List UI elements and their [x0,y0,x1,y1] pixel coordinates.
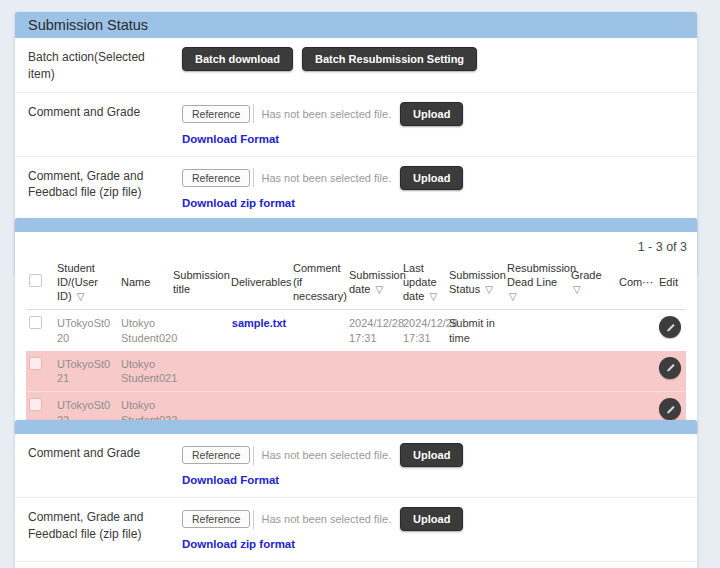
select-all-checkbox[interactable] [29,274,42,287]
column-com-truncated: Com⋯ [616,256,656,310]
comment-grade-zip-row: Comment, Grade and Feedbacl file (zip fi… [15,498,697,562]
reference-button[interactable]: Reference [182,510,250,528]
upload-button[interactable]: Upload [400,443,463,467]
upload-button[interactable]: Upload [400,102,463,126]
download-zip-format-link[interactable]: Download zip format [182,538,295,550]
resubmission-deadline-cell [504,351,568,392]
upload-button[interactable]: Upload [400,166,463,190]
table-panel-header-bar [15,218,697,232]
download-zip-format-link[interactable]: Download zip format [182,197,295,209]
sort-icon[interactable]: ▽ [509,291,517,302]
com-cell [616,310,656,351]
table-row: UTokyoSt020 Utokyo Student020 sample.txt… [26,310,686,351]
column-last-update-date[interactable]: Last update date ▽ [400,256,446,310]
comment-grade-zip-label: Comment, Grade and Feedbacl file (zip fi… [28,507,168,543]
column-comment: Comment (if necessary) [290,256,346,310]
table-row-highlighted: UTokyoSt021 Utokyo Student021 [26,351,686,392]
sort-icon[interactable]: ▽ [77,291,85,302]
grade-cell [568,351,616,392]
submission-date-cell [346,351,400,392]
pencil-icon [664,361,677,374]
edit-button[interactable] [659,316,681,338]
file-input-divider [253,168,254,187]
row-checkbox[interactable] [29,357,42,370]
batch-resubmission-setting-button[interactable]: Batch Resubmission Setting [302,47,477,71]
comment-grade-label: Comment and Grade [28,102,168,121]
file-input-divider [253,104,254,123]
name-cell: Utokyo Student021 [118,351,170,392]
edit-button[interactable] [659,398,681,420]
submissions-table: Student ID/(User ID) ▽ Name Submission t… [26,256,686,433]
name-cell: Utokyo Student020 [118,310,170,351]
bottom-panel-header-bar [15,420,697,434]
last-update-date-cell: 2024/12/28 17:31 [400,310,446,351]
download-format-link[interactable]: Download Format [182,474,279,486]
last-update-date-cell [400,351,446,392]
batch-download-button[interactable]: Batch download [182,47,293,71]
sort-icon[interactable]: ▽ [573,284,581,295]
column-student-id[interactable]: Student ID/(User ID) ▽ [54,256,118,310]
no-file-selected-text: Has not been selected file. [261,108,391,120]
row-checkbox[interactable] [29,398,42,411]
reference-button[interactable]: Reference [182,105,250,123]
comment-grade-row: Comment and Grade Reference Has not been… [15,434,697,498]
submission-title-cell [170,310,228,351]
reference-button[interactable]: Reference [182,446,250,464]
column-resubmission-deadline[interactable]: Resubmission Dead Line ▽ [504,256,568,310]
deliverable-file-link[interactable]: sample.txt [232,317,286,329]
no-file-selected-text: Has not been selected file. [261,172,391,184]
column-submission-title: Submission title [170,256,228,310]
pencil-icon [664,403,677,416]
submission-title-cell [170,351,228,392]
edit-button[interactable] [659,357,681,379]
com-cell [616,351,656,392]
column-name: Name [118,256,170,310]
upload-button[interactable]: Upload [400,507,463,531]
student-id-cell: UTokyoSt020 [54,310,118,351]
submission-status-cell [446,351,504,392]
panel-title: Submission Status [15,12,697,38]
file-input-divider [253,446,254,465]
filename-option-row: File name specification option User ID N… [15,562,697,568]
batch-action-row: Batch action(Selected item) Batch downlo… [15,38,697,93]
submission-status-cell: Submit in time [446,310,504,351]
column-deliverables: Deliverables [228,256,290,310]
comment-cell [290,351,346,392]
comment-grade-label: Comment and Grade [28,443,168,462]
submission-table-panel: 1 - 3 of 3 Student ID/(User ID) ▽ Name S… [15,218,697,433]
student-id-cell: UTokyoSt021 [54,351,118,392]
reference-button[interactable]: Reference [182,169,250,187]
sort-icon[interactable]: ▽ [485,284,493,295]
sort-icon[interactable]: ▽ [429,291,437,302]
comment-grade-row: Comment and Grade Reference Has not been… [15,93,697,157]
comment-grade-zip-label: Comment, Grade and Feedbacl file (zip fi… [28,166,168,202]
result-range-text: 1 - 3 of 3 [15,232,697,256]
grade-cell [568,310,616,351]
column-edit: Edit [656,256,686,310]
bottom-upload-panel: Comment and Grade Reference Has not been… [15,420,697,568]
sort-icon[interactable]: ▽ [375,284,383,295]
column-submission-date[interactable]: Submission date ▽ [346,256,400,310]
row-checkbox[interactable] [29,316,42,329]
no-file-selected-text: Has not been selected file. [261,513,391,525]
pencil-icon [664,321,677,334]
submission-date-cell: 2024/12/28 17:31 [346,310,400,351]
batch-action-label: Batch action(Selected item) [28,47,168,83]
resubmission-deadline-cell [504,310,568,351]
select-all-cell [26,256,54,310]
file-input-divider [253,510,254,529]
deliverables-cell [228,351,290,392]
no-file-selected-text: Has not been selected file. [261,449,391,461]
comment-grade-zip-row: Comment, Grade and Feedbacl file (zip fi… [15,157,697,221]
column-submission-status[interactable]: Submission Status ▽ [446,256,504,310]
table-header-row: Student ID/(User ID) ▽ Name Submission t… [26,256,686,310]
comment-cell [290,310,346,351]
download-format-link[interactable]: Download Format [182,133,279,145]
deliverables-cell: sample.txt [228,310,290,351]
